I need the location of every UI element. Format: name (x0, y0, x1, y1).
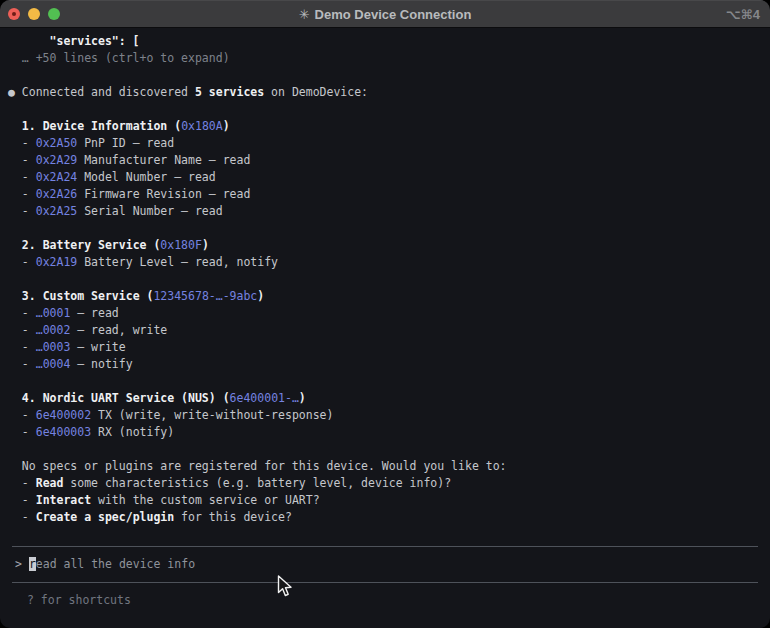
session-activity-icon: ✳ (299, 7, 310, 22)
shortcuts-hint: ? for shortcuts (8, 583, 762, 609)
terminal-line: … +50 lines (ctrl+o to expand) (8, 50, 762, 67)
command-input-text: ead all the device info (36, 557, 195, 571)
window-titlebar[interactable]: ✳Demo Device Connection ⌥⌘4 (0, 0, 770, 28)
terminal-window: ✳Demo Device Connection ⌥⌘4 "services": … (0, 0, 770, 628)
terminal-line: - 0x2A25 Serial Number — read (8, 203, 762, 220)
terminal-line: - 6e400003 RX (notify) (8, 424, 762, 441)
terminal-line (8, 271, 762, 288)
terminal-line: No specs or plugins are registered for t… (8, 458, 762, 475)
window-title: ✳Demo Device Connection (0, 7, 770, 22)
terminal-line: - 0x2A26 Firmware Revision — read (8, 186, 762, 203)
terminal-line (8, 441, 762, 458)
terminal-line: - Read some characteristics (e.g. batter… (8, 475, 762, 492)
terminal-line: - 6e400002 TX (write, write-without-resp… (8, 407, 762, 424)
terminal-line (8, 101, 762, 118)
terminal-line: 1. Device Information (0x180A) (8, 118, 762, 135)
terminal-line: 2. Battery Service (0x180F) (8, 237, 762, 254)
terminal-line: ● Connected and discovered 5 services on… (8, 84, 762, 101)
terminal-line: - …0003 — write (8, 339, 762, 356)
terminal-output-lines: "services": [ … +50 lines (ctrl+o to exp… (8, 33, 762, 526)
terminal-line: "services": [ (8, 33, 762, 50)
terminal-line: 4. Nordic UART Service (NUS) (6e400001-…… (8, 390, 762, 407)
terminal-line: - 0x2A50 PnP ID — read (8, 135, 762, 152)
text-cursor: r (29, 557, 36, 571)
window-shortcut-hint: ⌥⌘4 (726, 0, 760, 28)
prompt-chevron-icon: > (15, 557, 22, 571)
terminal-line: 3. Custom Service (12345678-…-9abc) (8, 288, 762, 305)
terminal-line: - Create a spec/plugin for this device? (8, 509, 762, 526)
terminal-line (8, 220, 762, 237)
terminal-line: - 0x2A29 Manufacturer Name — read (8, 152, 762, 169)
terminal-line (8, 67, 762, 84)
window-title-text: Demo Device Connection (315, 7, 472, 22)
terminal-content: "services": [ … +50 lines (ctrl+o to exp… (0, 28, 770, 628)
terminal-line: - 0x2A24 Model Number — read (8, 169, 762, 186)
terminal-line: - …0002 — read, write (8, 322, 762, 339)
prompt-input-box[interactable]: > read all the device info (12, 546, 758, 583)
terminal-line: - …0004 — notify (8, 356, 762, 373)
terminal-line: - 0x2A19 Battery Level — read, notify (8, 254, 762, 271)
terminal-line (8, 373, 762, 390)
terminal-line: - …0001 — read (8, 305, 762, 322)
terminal-line: - Interact with the custom service or UA… (8, 492, 762, 509)
